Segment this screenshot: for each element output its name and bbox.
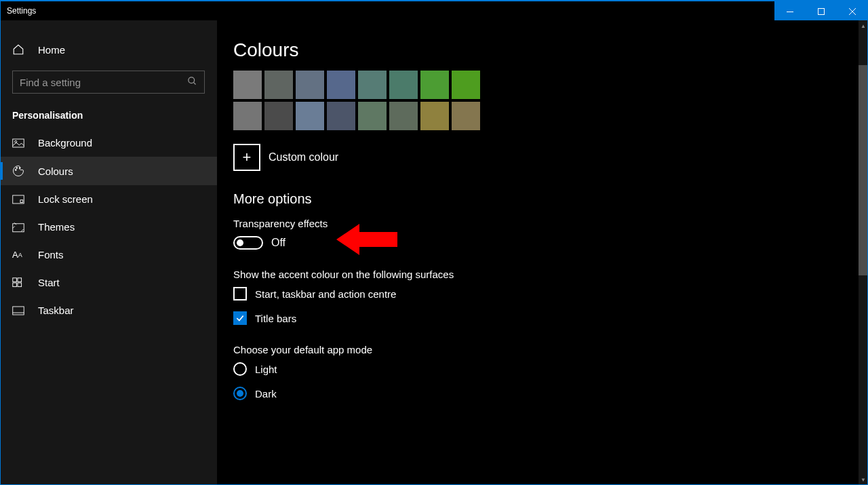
- nav-label: Colours: [38, 166, 73, 177]
- checkbox-start-taskbar-label: Start, taskbar and action centre: [255, 288, 396, 300]
- colour-swatch[interactable]: [358, 102, 387, 130]
- minimize-button[interactable]: [774, 1, 806, 22]
- svg-rect-16: [18, 277, 22, 282]
- search-icon: [187, 76, 197, 88]
- sidebar-item-colours[interactable]: Colours: [0, 157, 217, 185]
- colour-swatch[interactable]: [233, 71, 262, 99]
- annotation-arrow: [336, 221, 397, 260]
- colour-swatch[interactable]: [452, 71, 480, 99]
- sidebar-item-background[interactable]: Background: [0, 129, 217, 157]
- colour-swatch[interactable]: [233, 102, 262, 130]
- nav-label: Taskbar: [38, 305, 74, 316]
- svg-marker-21: [336, 224, 397, 255]
- window-title: Settings: [7, 6, 36, 16]
- maximize-button[interactable]: [806, 1, 837, 22]
- colour-swatch[interactable]: [389, 71, 418, 99]
- transparency-toggle[interactable]: [233, 236, 263, 250]
- window-controls: [774, 1, 868, 20]
- colour-swatches: [233, 71, 842, 130]
- search-placeholder: Find a setting: [20, 77, 81, 88]
- radio-light[interactable]: [233, 362, 247, 376]
- radio-dark[interactable]: [233, 387, 247, 400]
- radio-dark-label: Dark: [255, 388, 277, 400]
- nav-label: Fonts: [38, 249, 64, 260]
- scroll-thumb[interactable]: [859, 65, 868, 275]
- checkbox-start-taskbar[interactable]: [233, 287, 247, 300]
- colour-swatch[interactable]: [452, 102, 480, 130]
- sidebar-item-themes[interactable]: Themes: [0, 213, 217, 241]
- colour-swatch[interactable]: [327, 102, 355, 130]
- close-button[interactable]: [837, 1, 868, 22]
- colour-swatch[interactable]: [420, 102, 449, 130]
- svg-rect-7: [13, 139, 24, 147]
- transparency-state: Off: [271, 237, 285, 249]
- fonts-icon: AA: [12, 250, 27, 260]
- search-input[interactable]: Find a setting: [12, 71, 205, 94]
- custom-colour-label: Custom colour: [269, 151, 338, 163]
- accent-surfaces-label: Show the accent colour on the following …: [233, 269, 842, 280]
- taskbar-icon: [12, 306, 27, 315]
- colour-swatch[interactable]: [420, 71, 449, 99]
- sidebar-section-title: Personalisation: [0, 106, 217, 129]
- sidebar-item-lockscreen[interactable]: Lock screen: [0, 185, 217, 213]
- colour-swatch[interactable]: [358, 71, 387, 99]
- colour-swatch[interactable]: [389, 102, 418, 130]
- svg-rect-15: [13, 277, 17, 282]
- sidebar-item-start[interactable]: Start: [0, 269, 217, 296]
- page-title: Colours: [233, 39, 842, 61]
- svg-line-6: [193, 82, 195, 84]
- checkbox-titlebars[interactable]: [233, 311, 247, 325]
- svg-rect-17: [13, 283, 17, 287]
- svg-rect-19: [13, 307, 24, 315]
- nav-label: Start: [38, 277, 60, 288]
- lockscreen-icon: [12, 195, 27, 204]
- svg-point-10: [16, 168, 18, 169]
- custom-colour-button[interactable]: + Custom colour: [233, 144, 842, 171]
- svg-point-9: [15, 170, 16, 171]
- transparency-label: Transparency effects: [233, 218, 842, 229]
- nav-label: Background: [38, 137, 92, 149]
- radio-light-label: Light: [255, 364, 277, 375]
- svg-rect-13: [20, 199, 23, 202]
- colour-swatch[interactable]: [264, 102, 293, 130]
- svg-point-11: [19, 168, 20, 169]
- svg-point-4: [189, 77, 195, 83]
- sidebar-item-fonts[interactable]: AA Fonts: [0, 241, 217, 269]
- svg-rect-18: [18, 283, 22, 287]
- nav-label: Lock screen: [38, 193, 93, 205]
- nav-label: Themes: [38, 221, 75, 233]
- colour-swatch[interactable]: [296, 71, 324, 99]
- scroll-down-icon[interactable]: ▼: [859, 474, 868, 485]
- main-panel: Colours + Custom colour More options Tra…: [217, 20, 859, 485]
- svg-rect-1: [818, 9, 825, 15]
- colour-swatch[interactable]: [327, 71, 355, 99]
- palette-icon: [12, 165, 27, 177]
- colour-swatch[interactable]: [296, 102, 324, 130]
- home-nav[interactable]: Home: [0, 37, 217, 62]
- start-icon: [12, 277, 27, 288]
- plus-icon: +: [233, 144, 260, 171]
- svg-point-8: [15, 140, 17, 142]
- sidebar-item-taskbar[interactable]: Taskbar: [0, 296, 217, 324]
- more-options-heading: More options: [233, 191, 842, 207]
- scrollbar[interactable]: ▲ ▼: [859, 20, 868, 485]
- home-icon: [12, 43, 27, 56]
- checkbox-titlebars-label: Title bars: [255, 313, 296, 324]
- themes-icon: [12, 222, 27, 233]
- default-mode-label: Choose your default app mode: [233, 344, 842, 355]
- colour-swatch[interactable]: [264, 71, 293, 99]
- scroll-up-icon[interactable]: ▲: [859, 20, 868, 31]
- titlebar: Settings: [0, 0, 868, 20]
- home-label: Home: [38, 44, 65, 56]
- picture-icon: [12, 138, 27, 148]
- sidebar: Home Find a setting Personalisation Back…: [0, 20, 217, 485]
